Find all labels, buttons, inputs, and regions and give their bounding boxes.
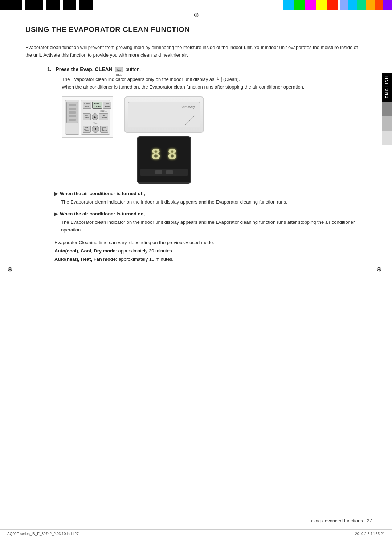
step-evap-clean-bold: Evap. CLEAN	[80, 66, 112, 72]
top-bar-center	[116, 0, 283, 10]
mode2-value: : approximately 15 minutes.	[116, 256, 173, 262]
remote-middle-row: OnTimer ▲ SetCancel	[83, 113, 108, 120]
ac-illustrations: Samsung 8 8	[124, 96, 204, 184]
footer-evap-note: Evaporator Cleaning time can vary, depen…	[54, 239, 361, 247]
bottom-right-text: 2010-2-3 14:55:21	[355, 532, 385, 536]
bullet-arrow-1: ▶	[54, 191, 58, 196]
evap-clean-icon: Evap CLEAN	[115, 67, 123, 72]
side-tab-gray2	[382, 116, 392, 131]
step-number: 1.	[47, 66, 52, 72]
remote-hold-zone-label: Hold Zone	[83, 110, 108, 112]
step-1-header: 1. Press the Evap. CLEAN Evap CLEAN butt…	[47, 66, 361, 72]
remote-good-sleep-btn: goodSleep	[100, 126, 108, 133]
display-base	[140, 169, 188, 176]
display-digits: 8 8	[149, 144, 180, 166]
side-tab-gray1	[382, 102, 392, 116]
top-bar-left	[0, 0, 116, 10]
display-btn-left	[155, 170, 162, 174]
display-digit-left: 8	[149, 144, 163, 166]
step-press-text: Press the	[56, 66, 80, 72]
images-row: SmartSaver Evap.CLEAN FilterReset Hold Z…	[62, 96, 361, 184]
remote-smart-saver-btn: SmartSaver	[83, 102, 91, 108]
remote-filter-reset-btn: FilterReset	[103, 102, 111, 108]
mode1-label: Auto(cool), Cool, Dry mode	[54, 248, 115, 254]
remote-top-row: SmartSaver Evap.CLEAN FilterReset	[83, 102, 108, 108]
mode-line-2: Auto(heat), Heat, Fan mode: approximatel…	[54, 255, 361, 263]
bottom-bar: AQ09E series_IB_E_30742_2.03.10.indd 27 …	[0, 529, 392, 538]
ac-logo: Samsung	[181, 105, 195, 109]
bullet-arrow-2: ▶	[54, 211, 58, 217]
page-footer: using advanced functions _27	[310, 518, 372, 523]
side-tab-english-label: ENGLISH	[382, 73, 392, 102]
ac-front-panel: Samsung	[128, 102, 200, 127]
ac-display-panel: 8 8	[137, 136, 191, 184]
bullet-2-header-text: When the air conditioner is turned on,	[60, 211, 145, 217]
remote-illustration: SmartSaver Evap.CLEAN FilterReset Hold Z…	[62, 96, 113, 137]
remote-bottom-row: OffTimer ▼ goodSleep	[83, 126, 108, 133]
bullet-1-header: ▶ When the air conditioner is turned off…	[54, 191, 361, 196]
bullet-section-1: ▶ When the air conditioner is turned off…	[54, 191, 361, 206]
ac-vent-lines	[128, 122, 200, 127]
remote-main-panel: SmartSaver Evap.CLEAN FilterReset Hold Z…	[81, 100, 110, 134]
page-footer-text: using advanced functions _27	[310, 518, 372, 523]
mode-line-1: Auto(cool), Cool, Dry mode: approximatel…	[54, 247, 361, 255]
step-1-detail: The Evaporator clean indicator appears o…	[62, 76, 361, 91]
remote-up-btn: ▲	[92, 113, 98, 120]
remote-on-timer-btn: OnTimer	[83, 113, 91, 120]
remote-down-btn: ▼	[92, 126, 99, 133]
registration-mark-right: ⊕	[376, 265, 382, 273]
remote-left-panel	[65, 100, 79, 134]
ac-unit-illustration: Samsung	[124, 96, 204, 133]
remote-evap-clean-btn: Evap.CLEAN	[92, 102, 102, 108]
mode1-value: : approximately 30 minutes.	[115, 248, 173, 254]
bullet-1-body: The Evaporator clean indicator on the in…	[61, 198, 361, 206]
remote-time-label: Time	[83, 122, 108, 124]
display-btn-right	[166, 170, 173, 174]
bullet-2-header: ▶ When the air conditioner is turned on,	[54, 211, 361, 217]
display-digit-right: 8	[165, 144, 180, 166]
top-color-bar	[0, 0, 392, 10]
bullet-2-body: The Evaporator clean indicator on the in…	[61, 219, 361, 234]
step-button-suffix: button.	[126, 66, 141, 72]
mode2-label: Auto(heat), Heat, Fan mode	[54, 256, 116, 262]
page-title: USING THE EVAPORATOR CLEAN FUNCTION	[25, 25, 361, 37]
remote-off-timer-btn: OffTimer	[83, 126, 91, 133]
side-tab-gray3	[382, 131, 392, 145]
registration-mark-left: ⊕	[7, 265, 13, 273]
bullet-1-header-text: When the air conditioner is turned off,	[60, 191, 145, 196]
bullet-section-2: ▶ When the air conditioner is turned on,…	[54, 211, 361, 234]
side-tab: ENGLISH	[382, 73, 392, 145]
bottom-left-text: AQ09E series_IB_E_30742_2.03.10.indd 27	[7, 532, 79, 536]
page-content: USING THE EVAPORATOR CLEAN FUNCTION Evap…	[15, 15, 372, 525]
top-bar-right	[283, 0, 392, 10]
remote-set-cancel-btn: SetCancel	[99, 113, 108, 120]
intro-paragraph: Evaporator clean function will prevent f…	[25, 44, 361, 59]
